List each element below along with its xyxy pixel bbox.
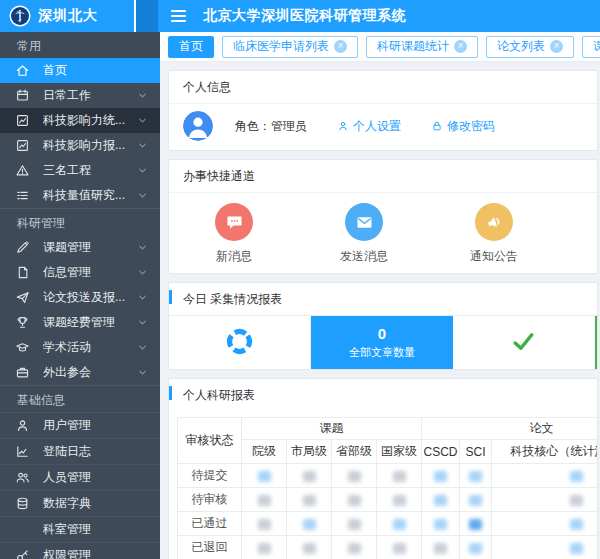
blurred-value	[393, 495, 406, 506]
report-cell	[422, 512, 460, 536]
report-cell	[242, 464, 287, 488]
tab-label: 首页	[179, 38, 203, 55]
change-password-link[interactable]: 修改密码	[431, 118, 495, 135]
database-icon	[15, 496, 30, 511]
users-icon	[15, 470, 30, 485]
calendar-icon	[15, 88, 30, 103]
personal-settings-link[interactable]: 个人设置	[337, 118, 401, 135]
report-column-header: 国家级	[377, 440, 422, 464]
tab-close-icon[interactable]: ×	[454, 40, 467, 53]
chevron-down-icon	[137, 165, 148, 176]
tab-clinical-medicine-apply-list[interactable]: 临床医学申请列表×	[222, 36, 358, 58]
report-cell	[492, 488, 598, 512]
warning-icon	[15, 163, 30, 178]
blurred-value	[258, 543, 271, 554]
quick-action-label: 通知公告	[470, 248, 518, 265]
sidebar-item-data-dictionary[interactable]: 数据字典	[0, 490, 160, 516]
quick-action-notice-announcement[interactable]: 通知公告	[429, 203, 559, 265]
grad-cap-icon	[15, 340, 30, 355]
sidebar-item-label: 权限管理	[43, 547, 160, 559]
sidebar-item-three-famous-project[interactable]: 三名工程	[0, 158, 160, 183]
person-link-icon	[337, 120, 349, 132]
report-group-header: 课题	[242, 418, 422, 440]
table-row: 已退回	[178, 536, 598, 559]
blurred-value	[348, 471, 361, 482]
tab-project-fee-report[interactable]: 课题费用报表×	[582, 36, 600, 58]
today-report-card: 今日 采集情况报表 0全部文章数量	[168, 282, 598, 370]
sidebar-item-tech-influence-stats[interactable]: 科技影响力统...	[0, 108, 160, 133]
horn-icon	[475, 203, 513, 241]
table-row: 待提交	[178, 464, 598, 488]
sidebar-item-personnel-mgmt[interactable]: 人员管理	[0, 464, 160, 490]
report-cell	[242, 512, 287, 536]
tab-label: 临床医学申请列表	[233, 38, 329, 55]
sidebar-item-label: 论文投送及报...	[43, 289, 137, 306]
sidebar-item-permission-mgmt[interactable]: 权限管理	[0, 542, 160, 559]
chevron-down-icon	[137, 140, 148, 151]
sidebar-item-academic-activity[interactable]: 学术活动	[0, 335, 160, 360]
blurred-value	[570, 519, 583, 530]
tab-paper-list[interactable]: 论文列表×	[486, 36, 574, 58]
link-label: 修改密码	[447, 118, 495, 135]
quick-action-send-message[interactable]: 发送消息	[299, 203, 429, 265]
trophy-icon	[15, 315, 30, 330]
blurred-value	[348, 495, 361, 506]
header-divider	[136, 0, 158, 32]
role-text: 角色：管理员	[235, 118, 307, 135]
blurred-value	[258, 471, 271, 482]
sidebar-item-user-mgmt[interactable]: 用户管理	[0, 412, 160, 438]
profile-card-header: 个人信息	[169, 71, 597, 104]
chat-icon	[215, 203, 253, 241]
sidebar-item-label: 人员管理	[43, 469, 160, 486]
send-icon	[15, 290, 30, 305]
today-cell-spinner	[169, 316, 311, 369]
sidebar-item-label: 科室管理	[43, 521, 160, 538]
quick-action-new-message[interactable]: 新消息	[169, 203, 299, 265]
menu-toggle-icon[interactable]	[171, 10, 186, 22]
report-cell	[332, 464, 377, 488]
tab-home[interactable]: 首页	[168, 36, 214, 58]
table-row: 已通过	[178, 512, 598, 536]
row-status-label: 已通过	[178, 512, 242, 536]
loading-spinner-icon	[226, 328, 253, 358]
sidebar-item-department-mgmt[interactable]: 科室管理	[0, 516, 160, 542]
sidebar-item-project-mgmt[interactable]: 课题管理	[0, 235, 160, 260]
report-table: 审核状态课题论文院级市局级省部级国家级CSCDSCI科技核心（统计源）期刊待提交…	[177, 417, 597, 559]
sidebar-item-info-mgmt[interactable]: 信息管理	[0, 260, 160, 285]
chevron-down-icon	[137, 292, 148, 303]
today-cell-check	[453, 316, 595, 369]
sidebar-item-label: 信息管理	[43, 264, 137, 281]
report-cell	[492, 536, 598, 559]
sidebar-item-label: 课题管理	[43, 239, 137, 256]
report-cell	[460, 488, 492, 512]
sidebar-item-login-log[interactable]: 登陆日志	[0, 438, 160, 464]
chevron-down-icon	[137, 267, 148, 278]
role-label: 角色：	[235, 119, 271, 133]
sidebar-item-home[interactable]: 首页	[0, 58, 160, 83]
chevron-down-icon	[137, 115, 148, 126]
sidebar-item-paper-submission[interactable]: 论文投送及报...	[0, 285, 160, 310]
blurred-value	[469, 519, 482, 530]
blurred-value	[469, 543, 482, 554]
sidebar-item-project-funds-mgmt[interactable]: 课题经费管理	[0, 310, 160, 335]
sidebar-item-tech-value-research[interactable]: 科技量值研究...	[0, 183, 160, 208]
sidebar-item-conference-trip[interactable]: 外出参会	[0, 360, 160, 385]
link-label: 个人设置	[353, 118, 401, 135]
sidebar-section-header: 科研管理	[0, 211, 160, 235]
logo-text: 深圳北大	[38, 7, 98, 25]
report-cell	[377, 512, 422, 536]
sidebar-item-tech-influence-report[interactable]: 科技影响力报...	[0, 133, 160, 158]
key-icon	[15, 548, 30, 559]
sidebar-section-header: 常用	[0, 34, 160, 58]
report-cell	[287, 512, 332, 536]
report-cell	[422, 464, 460, 488]
blurred-value	[469, 471, 482, 482]
tab-close-icon[interactable]: ×	[334, 40, 347, 53]
sidebar-item-label: 外出参会	[43, 364, 137, 381]
tab-research-project-stats[interactable]: 科研课题统计×	[366, 36, 478, 58]
blurred-value	[434, 495, 447, 506]
quick-channel-card: 办事快捷通道 新消息发送消息通知公告	[168, 159, 598, 274]
chart-line-icon	[15, 444, 30, 459]
tab-close-icon[interactable]: ×	[550, 40, 563, 53]
sidebar-item-daily-work[interactable]: 日常工作	[0, 83, 160, 108]
